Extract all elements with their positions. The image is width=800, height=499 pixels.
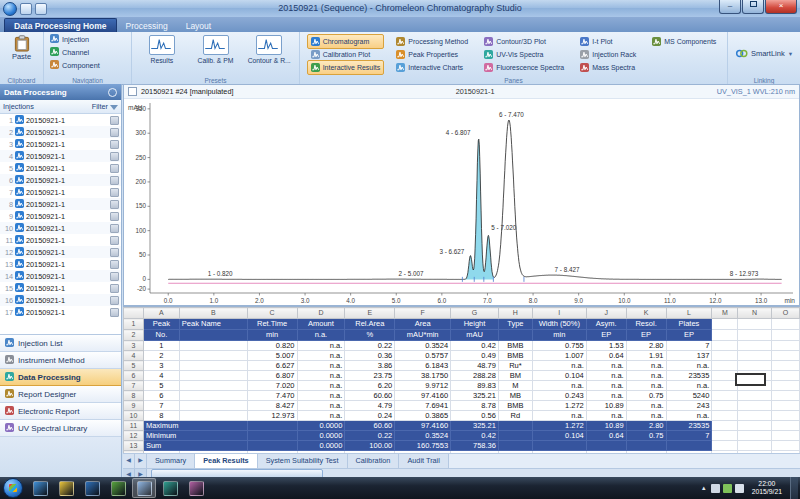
row-header[interactable]: 12 — [124, 431, 144, 441]
taskbar-app-icon-5[interactable] — [132, 478, 156, 498]
taskbar-app-icon-4[interactable] — [106, 478, 130, 498]
table-cell[interactable]: 0.755 — [532, 341, 586, 351]
component-button[interactable]: Component — [48, 60, 102, 71]
table-cell[interactable]: n.a. — [586, 411, 626, 421]
summary-cell[interactable] — [247, 421, 297, 431]
table-cell[interactable]: 3.86 — [345, 361, 395, 371]
empty-cell[interactable] — [772, 401, 800, 411]
empty-cell[interactable] — [738, 341, 772, 351]
summary-cell[interactable] — [247, 441, 297, 451]
summary-cell[interactable] — [666, 441, 712, 451]
table-cell[interactable]: n.a. — [297, 371, 345, 381]
grid-corner[interactable] — [124, 308, 144, 319]
sheet-tab-calibration[interactable]: Calibration — [348, 454, 400, 468]
table-header-cell[interactable]: min — [247, 330, 297, 341]
table-cell[interactable]: n.a. — [586, 391, 626, 401]
table-cell[interactable]: n.a. — [297, 341, 345, 351]
sheet-tab-system-suitability-test[interactable]: System Suitability Test — [258, 454, 348, 468]
table-cell[interactable]: 0.42 — [451, 341, 499, 351]
injection-row[interactable]: 1520150921-1 — [0, 282, 121, 294]
table-cell[interactable]: 4.79 — [345, 401, 395, 411]
empty-cell[interactable] — [738, 431, 772, 441]
table-cell[interactable]: 10.89 — [586, 401, 626, 411]
table-cell[interactable]: 7 — [666, 341, 712, 351]
selected-cell[interactable] — [735, 373, 766, 386]
chromatogram-plot[interactable]: -200501001502002503003500.01.02.03.04.05… — [124, 99, 799, 306]
table-cell[interactable]: 60.60 — [345, 391, 395, 401]
table-cell[interactable]: 0.22 — [345, 341, 395, 351]
table-cell[interactable]: n.a. — [297, 391, 345, 401]
empty-cell[interactable] — [586, 451, 626, 454]
sidebar-item-electronic-report[interactable]: Electronic Report — [0, 403, 121, 420]
empty-cell[interactable] — [772, 330, 800, 341]
empty-cell[interactable] — [712, 451, 738, 454]
show-desktop-button[interactable] — [790, 477, 798, 499]
table-cell[interactable]: 48.79 — [451, 361, 499, 371]
table-cell[interactable]: n.a. — [626, 361, 666, 371]
summary-label[interactable]: Minimum — [143, 431, 247, 441]
injection-row[interactable]: 1420150921-1 — [0, 270, 121, 282]
row-header[interactable]: 8 — [124, 391, 144, 401]
summary-cell[interactable]: 1.272 — [532, 421, 586, 431]
summary-cell[interactable]: 325.21 — [451, 421, 499, 431]
table-header-cell[interactable]: EP — [626, 330, 666, 341]
summary-cell[interactable]: 0.3524 — [395, 431, 451, 441]
empty-cell[interactable] — [772, 361, 800, 371]
empty-cell[interactable] — [247, 451, 297, 454]
sidebar-item-injection-list[interactable]: Injection List — [0, 335, 121, 352]
table-cell[interactable]: n.a. — [297, 381, 345, 391]
table-cell[interactable]: 0.820 — [247, 341, 297, 351]
row-header[interactable]: 11 — [124, 421, 144, 431]
summary-cell[interactable]: 0.0000 — [297, 431, 345, 441]
table-cell[interactable]: 0.75 — [626, 391, 666, 401]
empty-cell[interactable] — [738, 319, 772, 330]
table-cell[interactable]: 0.104 — [532, 371, 586, 381]
summary-label[interactable]: Sum — [143, 441, 247, 451]
table-cell[interactable]: 12.973 — [247, 411, 297, 421]
summary-cell[interactable]: 97.4160 — [395, 421, 451, 431]
table-cell[interactable]: BMB — [498, 351, 532, 361]
summary-cell[interactable] — [532, 441, 586, 451]
table-cell[interactable]: 325.21 — [451, 391, 499, 401]
empty-cell[interactable] — [712, 421, 738, 431]
table-cell[interactable]: n.a. — [626, 411, 666, 421]
pane-toggle-interactive-results[interactable]: Interactive Results — [307, 60, 385, 75]
injection-row[interactable]: 820150921-1 — [0, 198, 121, 210]
empty-cell[interactable] — [498, 451, 532, 454]
table-cell[interactable]: 0.243 — [532, 391, 586, 401]
empty-cell[interactable] — [297, 451, 345, 454]
empty-cell[interactable] — [772, 451, 800, 454]
table-cell[interactable]: 288.28 — [451, 371, 499, 381]
table-cell[interactable] — [179, 391, 247, 401]
table-cell[interactable]: n.a. — [532, 411, 586, 421]
table-cell[interactable]: 8.427 — [247, 401, 297, 411]
table-cell[interactable]: 2 — [143, 351, 179, 361]
empty-cell[interactable] — [772, 351, 800, 361]
table-cell[interactable]: n.a. — [626, 401, 666, 411]
table-cell[interactable] — [179, 341, 247, 351]
summary-cell[interactable] — [247, 431, 297, 441]
table-cell[interactable]: n.a. — [532, 361, 586, 371]
row-header[interactable]: 5 — [124, 361, 144, 371]
summary-cell[interactable]: 0.0000 — [297, 421, 345, 431]
table-cell[interactable]: 1.53 — [586, 341, 626, 351]
table-header-cell[interactable]: Asym. — [586, 319, 626, 330]
table-header-cell[interactable]: Height — [451, 319, 499, 330]
table-cell[interactable] — [179, 411, 247, 421]
summary-cell[interactable] — [626, 441, 666, 451]
table-cell[interactable]: n.a. — [586, 381, 626, 391]
table-cell[interactable]: 7 — [143, 401, 179, 411]
table-cell[interactable]: 7.6941 — [395, 401, 451, 411]
sheet-tab-peak-results[interactable]: Peak Results — [195, 454, 257, 468]
table-cell[interactable]: 0.49 — [451, 351, 499, 361]
table-cell[interactable]: 8.78 — [451, 401, 499, 411]
injection-row[interactable]: 520150921-1 — [0, 162, 121, 174]
empty-cell[interactable] — [712, 411, 738, 421]
empty-cell[interactable] — [712, 319, 738, 330]
table-cell[interactable]: 0.3524 — [395, 341, 451, 351]
empty-cell[interactable] — [738, 451, 772, 454]
pane-toggle-interactive-charts[interactable]: Interactive Charts — [392, 60, 472, 75]
table-cell[interactable]: 6 — [143, 391, 179, 401]
table-cell[interactable]: Ru* — [498, 361, 532, 371]
injection-row[interactable]: 620150921-1 — [0, 174, 121, 186]
